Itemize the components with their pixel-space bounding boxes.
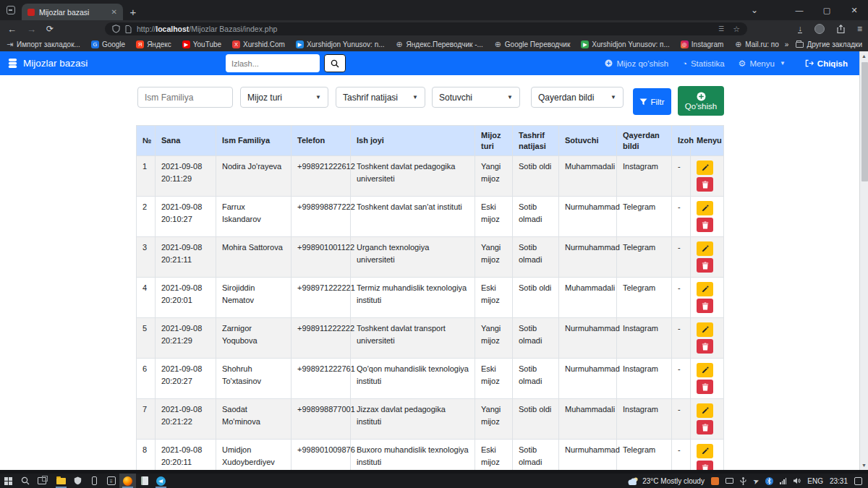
cell-workplace: Jizzax davlat pedagogika instituti xyxy=(351,399,475,440)
cell-note: - xyxy=(672,440,691,471)
edit-button[interactable] xyxy=(697,444,713,458)
source-select[interactable]: Qayerdan bildi▼ xyxy=(531,87,624,108)
delete-button[interactable] xyxy=(697,420,713,435)
address-bar[interactable]: http://localhost/Mijozlar Bazasi/index.p… xyxy=(105,22,747,35)
browser-window-icon[interactable] xyxy=(0,0,22,20)
tab-close-icon[interactable]: ✕ xyxy=(111,8,117,16)
language-indicator[interactable]: ENG xyxy=(807,477,823,485)
url-scheme: http:// xyxy=(137,25,156,33)
close-button[interactable]: ✕ xyxy=(841,0,868,20)
display-icon[interactable] xyxy=(726,478,733,484)
bookmark-item[interactable]: ЯЯндекс xyxy=(136,40,171,48)
downloads-icon[interactable]: ↓ xyxy=(798,25,802,33)
usb-icon[interactable] xyxy=(740,477,746,485)
filter-bar: Mijoz turi▼ Tashrif natijasi▼ Sotuvchi▼ … xyxy=(137,87,859,116)
bookmark-favicon-icon: ◎ xyxy=(681,40,689,48)
new-tab-button[interactable]: + xyxy=(123,3,143,20)
search-icon xyxy=(21,476,30,485)
trash-icon xyxy=(702,181,709,189)
visit-result-select[interactable]: Tashrif natijasi▼ xyxy=(336,87,425,108)
cell-client-type: Yangi mijoz xyxy=(475,318,513,359)
page-scrollbar[interactable]: ▲ ▼ xyxy=(859,51,868,470)
forward-button[interactable]: → xyxy=(27,24,36,35)
edit-button[interactable] xyxy=(697,363,713,377)
search-button[interactable] xyxy=(324,54,346,72)
cell-client-type: Eski mijoz xyxy=(475,440,513,471)
delete-button[interactable] xyxy=(697,461,713,470)
bookmark-star-icon[interactable]: ☆ xyxy=(733,25,740,34)
file-explorer-button[interactable] xyxy=(53,474,69,488)
search-input[interactable] xyxy=(226,54,320,72)
delete-button[interactable] xyxy=(697,299,713,313)
bookmark-item[interactable]: ▶Xurshidjon Yunusov: п... xyxy=(581,40,670,48)
speaker-icon[interactable] xyxy=(793,477,801,484)
add-button[interactable]: Qo'shish xyxy=(678,86,724,116)
taskbar-search-button[interactable] xyxy=(17,474,33,488)
delete-button[interactable] xyxy=(697,177,713,192)
minimize-button[interactable]: — xyxy=(786,0,813,20)
share-icon[interactable] xyxy=(837,25,845,33)
browser-tab[interactable]: Mijozlar bazasi ✕ xyxy=(22,4,123,20)
cell-note: - xyxy=(672,318,691,359)
seller-select[interactable]: Sotuvchi▼ xyxy=(432,87,520,108)
bluetooth-icon[interactable] xyxy=(765,477,773,485)
start-button[interactable] xyxy=(0,474,17,488)
bookmarks-overflow-chevron-icon[interactable]: » xyxy=(785,40,789,48)
profile-avatar[interactable] xyxy=(814,24,825,34)
browser-menu-icon[interactable]: ≡ xyxy=(857,24,862,34)
delete-button[interactable] xyxy=(697,258,713,273)
edit-button[interactable] xyxy=(697,201,713,215)
app-brand[interactable]: Mijozlar bazasi xyxy=(7,58,88,69)
nav-link-menu[interactable]: ⚙ Menyu ▼ xyxy=(739,59,786,69)
reading-list-icon[interactable]: ☰ xyxy=(718,25,724,33)
telegram-tray-icon[interactable]: ➤ xyxy=(752,476,760,485)
task-view-button[interactable] xyxy=(33,474,50,488)
tab-search-chevron-icon[interactable]: ⌄ xyxy=(741,0,768,20)
other-bookmarks-folder[interactable]: Другие закладки xyxy=(796,40,862,48)
bookmark-item[interactable]: ⊕Mail.ru: почта, поиск ... xyxy=(734,40,779,48)
security-app-button[interactable] xyxy=(69,474,86,488)
delete-button[interactable] xyxy=(697,218,713,232)
client-type-select[interactable]: Mijoz turi▼ xyxy=(240,87,328,108)
edit-button[interactable] xyxy=(697,403,713,418)
delete-button[interactable] xyxy=(697,339,713,354)
edit-button[interactable] xyxy=(697,282,713,296)
bookmark-item[interactable]: XXurshid.Com xyxy=(232,40,285,48)
edit-button[interactable] xyxy=(697,322,713,337)
bookmark-item[interactable]: ⊕Яндекс.Переводчик -... xyxy=(396,40,483,48)
scrollbar-thumb[interactable] xyxy=(861,62,868,181)
scroll-up-arrow-icon[interactable]: ▲ xyxy=(860,51,868,61)
clients-table: №SanaIsm FamiliyaTelefonIsh joyiMijoz tu… xyxy=(136,125,724,470)
cell-source: Telegram xyxy=(617,278,672,318)
phone-app-button[interactable] xyxy=(86,474,103,488)
nav-link-add-client[interactable]: Mijoz qo'shish xyxy=(605,59,668,68)
bookmark-item[interactable]: ▶YouTube xyxy=(182,40,221,48)
clock[interactable]: 23:31 xyxy=(830,477,848,485)
bookmark-item[interactable]: ⊕Google Переводчик xyxy=(494,40,570,48)
reload-button[interactable]: ⟳ xyxy=(46,24,54,34)
name-filter-input[interactable] xyxy=(137,87,233,108)
edit-button[interactable] xyxy=(697,241,713,256)
bookmark-item[interactable]: ▶Xurshidjon Yunusov: n... xyxy=(296,40,385,48)
maximize-button[interactable]: ▢ xyxy=(813,0,841,20)
firefox-button[interactable] xyxy=(119,474,136,488)
delete-button[interactable] xyxy=(697,380,713,394)
cell-number: 5 xyxy=(137,318,156,359)
nav-link-statistics[interactable]: ◔ Statistika xyxy=(682,59,724,68)
notes-app-button[interactable] xyxy=(136,474,153,488)
tray-app-icon[interactable] xyxy=(711,477,719,485)
weather-widget[interactable]: 23°C Mostly cloudy xyxy=(626,476,705,486)
store-app-button[interactable]: ⠿ xyxy=(103,474,119,488)
bookmark-item[interactable]: GGoogle xyxy=(91,40,125,48)
network-signal-icon[interactable] xyxy=(780,478,786,484)
cell-number: 1 xyxy=(137,156,156,197)
telegram-button[interactable] xyxy=(153,474,169,488)
bookmark-item[interactable]: ⇥Импорт закладок... xyxy=(6,40,80,48)
nav-link-logout[interactable]: Chiqish xyxy=(805,59,848,68)
filter-button[interactable]: Filtr xyxy=(633,88,671,115)
notification-center-icon[interactable] xyxy=(854,477,862,485)
edit-button[interactable] xyxy=(697,160,713,175)
back-button[interactable]: ← xyxy=(7,24,17,35)
bookmark-item[interactable]: ◎Instagram xyxy=(681,40,723,48)
scroll-down-arrow-icon[interactable]: ▼ xyxy=(860,461,868,470)
